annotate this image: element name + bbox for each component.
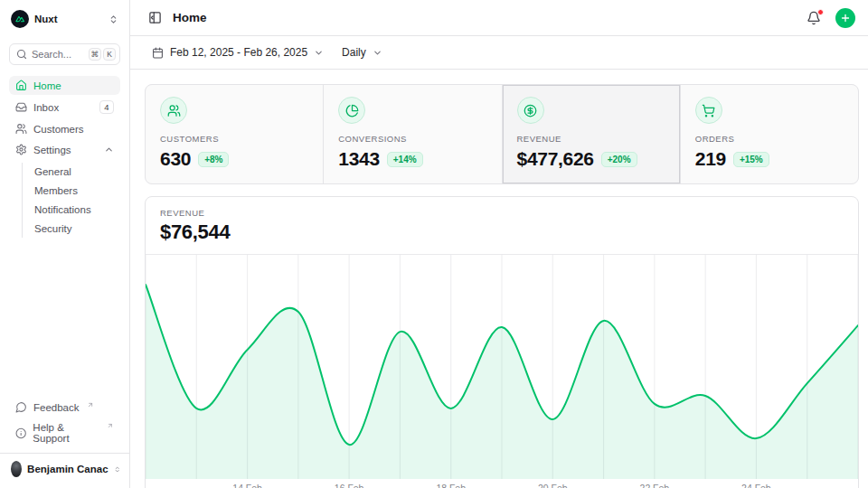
panel-left-close-icon [148, 11, 162, 24]
revenue-chart-svg: 14 Feb16 Feb18 Feb20 Feb22 Feb24 Feb [146, 255, 858, 488]
svg-text:16 Feb: 16 Feb [335, 483, 364, 488]
info-circle-icon [15, 427, 26, 439]
date-range-value: Feb 12, 2025 - Feb 26, 2025 [170, 46, 307, 59]
chart-value: $76,544 [160, 221, 844, 244]
svg-text:24 Feb: 24 Feb [741, 483, 771, 488]
notification-dot [817, 9, 824, 15]
inbox-icon [15, 101, 27, 113]
revenue-chart-card: REVENUE $76,544 14 Feb16 Feb18 Feb20 Feb… [145, 196, 859, 488]
stats-grid: CUSTOMERS 630 +8% CONVERSIONS 1343 +14% … [145, 84, 859, 184]
cart-icon [702, 104, 715, 117]
stat-value: 630 [160, 148, 191, 170]
sidebar-item-security[interactable]: Security [23, 220, 120, 238]
sidebar-item-notifications[interactable]: Notifications [23, 201, 120, 219]
avatar [11, 461, 22, 477]
stat-value: $477,626 [517, 148, 594, 170]
sidebar-item-customers[interactable]: Customers [9, 119, 120, 138]
chevron-down-icon [373, 48, 382, 58]
sidebar: Nuxt Search... ⌘ K Home Inbox 4 Customer… [0, 0, 130, 488]
plus-icon [840, 13, 851, 23]
chart-title: REVENUE [160, 208, 844, 218]
users-icon [15, 123, 27, 135]
sidebar-nav: Home Inbox 4 Customers Settings General … [9, 76, 120, 238]
sidebar-item-general[interactable]: General [23, 163, 120, 181]
sidebar-toggle-button[interactable] [146, 9, 164, 26]
stat-card-customers[interactable]: CUSTOMERS 630 +8% [146, 85, 323, 183]
users-icon [167, 104, 181, 117]
period-value: Daily [342, 46, 366, 59]
svg-text:18 Feb: 18 Feb [436, 483, 466, 488]
add-button[interactable] [835, 8, 855, 28]
stat-label: CONVERSIONS [338, 134, 486, 144]
stat-card-orders[interactable]: ORDERS 219 +15% [681, 85, 858, 183]
stat-value: 1343 [338, 148, 380, 170]
content: CUSTOMERS 630 +8% CONVERSIONS 1343 +14% … [130, 70, 868, 488]
svg-text:20 Feb: 20 Feb [538, 483, 568, 488]
chevron-down-icon [314, 48, 324, 58]
sidebar-footer: Feedback Help & Support [9, 398, 120, 453]
calendar-icon [152, 47, 164, 59]
sidebar-item-members[interactable]: Members [23, 182, 120, 200]
svg-text:22 Feb: 22 Feb [640, 483, 670, 488]
stat-label: CUSTOMERS [160, 134, 308, 144]
home-icon [15, 80, 27, 91]
user-name: Benjamin Canac [27, 464, 108, 474]
nuxt-logo-icon [11, 10, 29, 28]
stat-card-conversions[interactable]: CONVERSIONS 1343 +14% [324, 85, 501, 183]
dollar-circle-icon [524, 104, 537, 117]
stat-label: REVENUE [517, 134, 665, 144]
delta-badge: +8% [198, 152, 229, 167]
delta-badge: +14% [387, 152, 423, 167]
notifications-button[interactable] [805, 9, 823, 27]
period-select[interactable]: Daily [335, 42, 390, 63]
kbd-meta: ⌘ [89, 48, 102, 61]
arrow-up-right-icon [87, 401, 94, 408]
chevrons-up-down-icon [114, 465, 120, 474]
message-circle-icon [15, 401, 27, 413]
sidebar-item-home[interactable]: Home [9, 76, 120, 95]
kbd-k: K [103, 48, 116, 61]
svg-text:14 Feb: 14 Feb [232, 483, 262, 488]
search-input[interactable]: Search... ⌘ K [9, 43, 120, 65]
delta-badge: +15% [733, 152, 769, 167]
stat-label: ORDERS [695, 134, 844, 144]
user-menu[interactable]: Benjamin Canac [0, 453, 129, 481]
page-title: Home [173, 11, 207, 24]
top-bar: Home [130, 0, 868, 36]
workspace-selector[interactable]: Nuxt [9, 7, 120, 31]
gear-icon [15, 144, 27, 155]
help-support-link[interactable]: Help & Support [9, 418, 120, 447]
feedback-link[interactable]: Feedback [9, 398, 120, 417]
stat-card-revenue[interactable]: REVENUE $477,626 +20% [503, 85, 680, 183]
inbox-count-badge: 4 [99, 100, 114, 114]
stat-value: 219 [695, 148, 726, 170]
date-range-picker[interactable]: Feb 12, 2025 - Feb 26, 2025 [145, 42, 331, 63]
filter-toolbar: Feb 12, 2025 - Feb 26, 2025 Daily [130, 36, 868, 70]
arrow-up-right-icon [107, 422, 114, 429]
revenue-area-chart[interactable]: 14 Feb16 Feb18 Feb20 Feb22 Feb24 Feb [146, 255, 858, 488]
main-area: Home Feb 12, 2025 - Feb 26, 2025 Daily [130, 0, 868, 488]
pie-chart-icon [345, 104, 359, 117]
settings-subnav: General Members Notifications Security [22, 163, 120, 238]
chevron-up-icon [104, 145, 114, 155]
search-placeholder: Search... [32, 49, 71, 60]
sidebar-item-settings[interactable]: Settings [9, 140, 120, 159]
search-icon [16, 49, 27, 60]
chevrons-up-down-icon [108, 14, 118, 24]
sidebar-item-inbox[interactable]: Inbox 4 [9, 97, 120, 117]
delta-badge: +20% [601, 152, 637, 167]
workspace-name: Nuxt [34, 14, 58, 24]
